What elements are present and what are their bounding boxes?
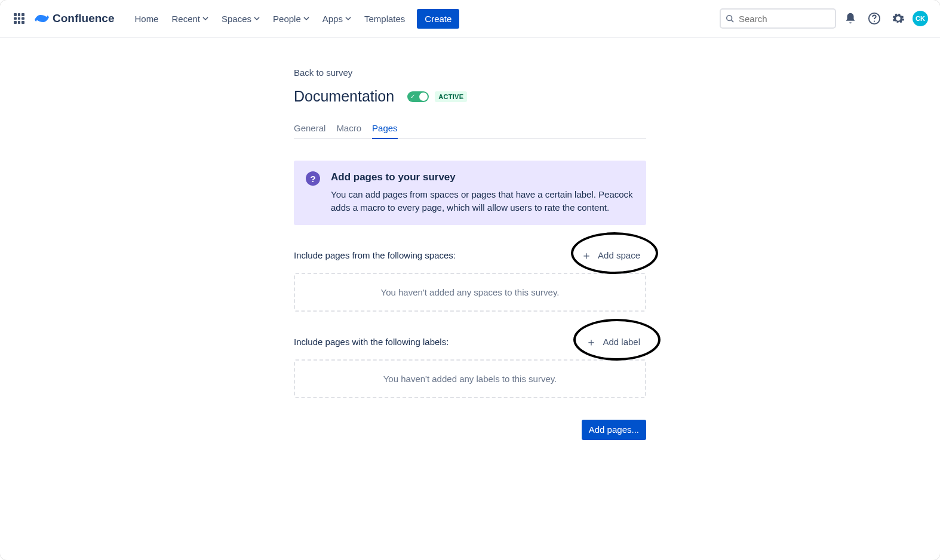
nav-recent[interactable]: Recent	[165, 9, 214, 28]
product-name: Confluence	[53, 12, 114, 25]
settings-button[interactable]	[889, 9, 908, 28]
spaces-label: Include pages from the following spaces:	[294, 250, 456, 260]
add-pages-button[interactable]: Add pages...	[582, 420, 646, 440]
product-logo[interactable]: Confluence	[31, 11, 118, 26]
nav-items: Home Recent Spaces People Apps Templates…	[128, 9, 459, 29]
gear-icon	[892, 12, 905, 25]
plus-icon: ＋	[586, 337, 597, 347]
labels-empty: You haven't added any labels to this sur…	[294, 359, 646, 398]
actions-row: Add pages...	[294, 420, 646, 440]
topnav-right: CK	[720, 8, 928, 29]
spaces-empty: You haven't added any spaces to this sur…	[294, 273, 646, 312]
bell-icon	[844, 12, 857, 25]
title-row: Documentation ✓ ACTIVE	[294, 88, 646, 105]
nav-templates[interactable]: Templates	[358, 9, 411, 28]
info-panel: ? Add pages to your survey You can add p…	[294, 161, 646, 225]
tab-pages[interactable]: Pages	[372, 123, 398, 139]
info-content: Add pages to your survey You can add pag…	[331, 171, 634, 214]
back-link[interactable]: Back to survey	[294, 67, 352, 78]
question-icon: ?	[306, 171, 320, 186]
search-input[interactable]	[739, 14, 830, 24]
labels-section: Include pages with the following labels:…	[294, 333, 646, 398]
tab-macro[interactable]: Macro	[336, 123, 361, 139]
notifications-button[interactable]	[841, 9, 860, 28]
svg-point-3	[874, 20, 875, 21]
app-switcher[interactable]	[10, 9, 29, 28]
chevron-down-icon	[202, 16, 208, 21]
search-box[interactable]	[720, 8, 836, 29]
status-badge: ACTIVE	[435, 91, 467, 102]
help-icon	[868, 12, 881, 25]
add-space-button[interactable]: ＋ Add space	[575, 247, 646, 264]
tabs: General Macro Pages	[294, 123, 646, 139]
confluence-icon	[35, 11, 49, 26]
topnav-left: Confluence Home Recent Spaces People App…	[10, 9, 459, 29]
plus-icon: ＋	[581, 250, 592, 261]
create-button[interactable]: Create	[417, 9, 459, 29]
chevron-down-icon	[345, 16, 351, 21]
nav-apps[interactable]: Apps	[317, 9, 357, 28]
top-navigation: Confluence Home Recent Spaces People App…	[0, 0, 940, 38]
add-label-label: Add label	[603, 337, 640, 347]
info-title: Add pages to your survey	[331, 171, 634, 183]
svg-point-0	[727, 16, 732, 21]
tab-general[interactable]: General	[294, 123, 325, 139]
help-button[interactable]	[865, 9, 884, 28]
add-space-label: Add space	[598, 250, 640, 260]
search-icon	[726, 14, 734, 23]
nav-home[interactable]: Home	[128, 9, 164, 28]
toggle-knob	[419, 93, 428, 101]
info-body: You can add pages from spaces or pages t…	[331, 188, 634, 214]
check-icon: ✓	[410, 94, 415, 100]
nav-people[interactable]: People	[267, 9, 315, 28]
add-label-button[interactable]: ＋ Add label	[580, 333, 646, 351]
page-title: Documentation	[294, 88, 394, 105]
spaces-header: Include pages from the following spaces:…	[294, 247, 646, 264]
labels-label: Include pages with the following labels:	[294, 337, 449, 347]
main-content: Back to survey Documentation ✓ ACTIVE Ge…	[294, 67, 646, 440]
avatar[interactable]: CK	[913, 11, 928, 26]
nav-spaces[interactable]: Spaces	[216, 9, 266, 28]
svg-line-1	[732, 20, 733, 22]
labels-header: Include pages with the following labels:…	[294, 333, 646, 351]
chevron-down-icon	[303, 16, 309, 21]
chevron-down-icon	[254, 16, 260, 21]
spaces-section: Include pages from the following spaces:…	[294, 247, 646, 312]
app-switcher-icon	[14, 13, 24, 24]
active-toggle[interactable]: ✓	[407, 91, 429, 102]
